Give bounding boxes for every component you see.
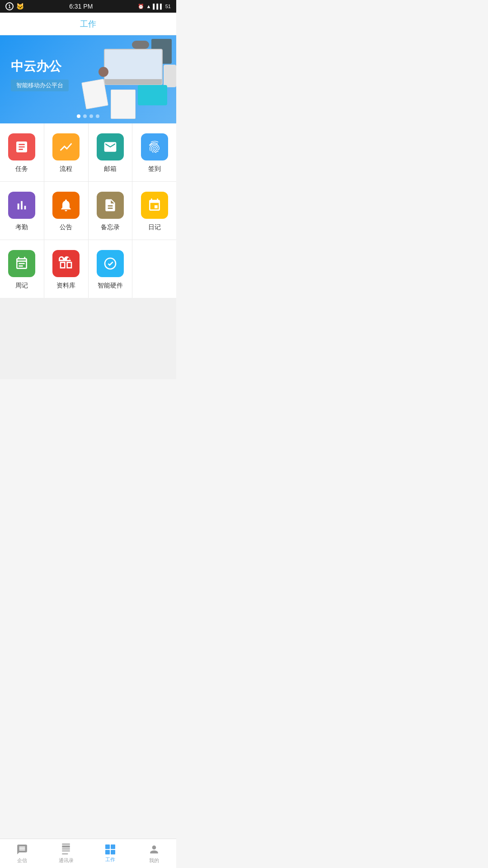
phone-icon (164, 65, 176, 87)
hardware-icon-bg (97, 250, 124, 277)
app-memo[interactable]: 备忘录 (89, 182, 133, 240)
memo-label: 备忘录 (101, 223, 120, 231)
grid-row-1: 任务 流程 邮箱 (0, 123, 176, 182)
mail-label: 邮箱 (104, 165, 117, 173)
notification-badge: 1 (5, 2, 14, 10)
task-icon-bg (8, 133, 35, 160)
coffee-icon (99, 67, 108, 77)
banner[interactable]: 中云办公 智能移动办公平台 (0, 35, 176, 123)
mail-svg (103, 140, 117, 154)
banner-title: 中云办公 (11, 58, 69, 75)
dot-4[interactable] (96, 114, 99, 118)
app-signin[interactable]: 签到 (132, 123, 176, 181)
flow-label: 流程 (60, 165, 72, 173)
mail-icon-bg (97, 133, 124, 160)
laptop-icon (104, 49, 163, 85)
diary-label: 日记 (148, 223, 161, 231)
app-notice[interactable]: 公告 (44, 182, 89, 240)
app-library[interactable]: 资料库 (44, 240, 89, 298)
weekly-icon-bg (8, 250, 35, 277)
notice-icon-bg (52, 192, 80, 219)
status-left: 1 🐱 (5, 2, 24, 10)
main-content: 工作 中云办公 智能移动办公平台 (0, 13, 176, 409)
hardware-svg (103, 256, 117, 271)
app-weekly[interactable]: 周记 (0, 240, 44, 298)
banner-illustration (77, 35, 176, 123)
notice-svg (59, 198, 73, 212)
status-right: ⏰ ▲ ▌▌▌ 51 (138, 4, 171, 9)
grid-row-3: 周记 资料库 智能硬件 (0, 240, 176, 298)
glasses-icon (132, 41, 149, 49)
document2-icon (81, 79, 108, 109)
library-svg (59, 256, 73, 271)
empty-area (0, 298, 176, 379)
app-empty (132, 240, 176, 298)
app-diary[interactable]: 日记 (132, 182, 176, 240)
cat-icon: 🐱 (16, 3, 24, 10)
task-svg (14, 140, 29, 154)
attend-icon-bg (8, 192, 35, 219)
hardware-label: 智能硬件 (98, 282, 123, 290)
attend-label: 考勤 (15, 223, 28, 231)
attend-svg (14, 198, 29, 212)
diary-svg (147, 198, 162, 212)
banner-dots (77, 114, 99, 118)
battery-level: 51 (165, 4, 171, 9)
flow-svg (59, 140, 73, 154)
tablet-icon (138, 85, 167, 105)
app-task[interactable]: 任务 (0, 123, 44, 181)
weekly-svg (14, 256, 29, 271)
library-icon-bg (52, 250, 80, 277)
banner-text: 中云办公 智能移动办公平台 (11, 58, 69, 91)
status-time: 6:31 PM (69, 3, 93, 10)
grid-row-2: 考勤 公告 备忘录 (0, 182, 176, 240)
memo-icon-bg (97, 192, 124, 219)
signin-icon-bg (141, 133, 168, 160)
app-hardware[interactable]: 智能硬件 (89, 240, 133, 298)
weekly-label: 周记 (15, 282, 28, 290)
dot-1[interactable] (77, 114, 80, 118)
app-mail[interactable]: 邮箱 (89, 123, 133, 181)
banner-subtitle: 智能移动办公平台 (11, 80, 69, 91)
signal-icon: ▌▌▌ (153, 4, 163, 9)
signin-svg (147, 140, 162, 154)
wifi-icon: ▲ (146, 4, 151, 9)
status-bar: 1 🐱 6:31 PM ⏰ ▲ ▌▌▌ 51 (0, 0, 176, 13)
app-flow[interactable]: 流程 (44, 123, 89, 181)
dot-2[interactable] (83, 114, 87, 118)
memo-svg (103, 198, 117, 212)
app-grid: 任务 流程 邮箱 (0, 123, 176, 298)
library-label: 资料库 (56, 282, 75, 290)
page-title: 工作 (80, 19, 96, 29)
page-header: 工作 (0, 13, 176, 35)
notice-label: 公告 (60, 223, 72, 231)
alarm-icon: ⏰ (138, 4, 144, 9)
app-attend[interactable]: 考勤 (0, 182, 44, 240)
dot-3[interactable] (89, 114, 93, 118)
document1-icon (111, 90, 136, 119)
diary-icon-bg (141, 192, 168, 219)
flow-icon-bg (52, 133, 80, 160)
task-label: 任务 (15, 165, 28, 173)
signin-label: 签到 (148, 165, 161, 173)
